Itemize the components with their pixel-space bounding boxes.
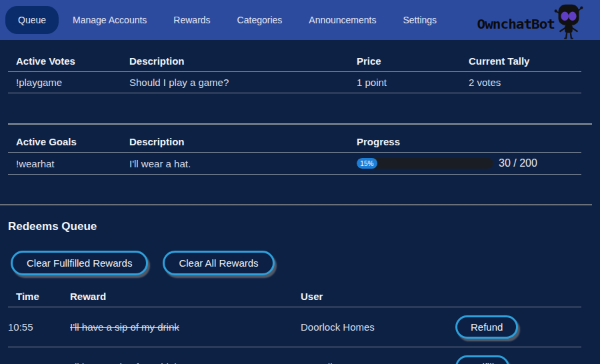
- tab-settings[interactable]: Settings: [390, 6, 449, 34]
- refund-button[interactable]: Refund: [455, 315, 518, 339]
- goal-description: I'll wear a hat.: [129, 153, 357, 175]
- brand-logo: OwnchatBot: [477, 0, 588, 40]
- vote-price: 1 point: [357, 72, 469, 93]
- votes-header-price: Price: [357, 52, 469, 72]
- tab-manage-accounts[interactable]: Manage Accounts: [60, 6, 159, 34]
- goals-header-command: Active Goals: [8, 133, 129, 153]
- redeems-table: Time Reward User 10:55 I'll have a sip o…: [8, 287, 581, 364]
- vote-command: !playgame: [8, 72, 129, 93]
- redeem-user: Doorlock Homes: [301, 307, 455, 347]
- redeem-reward: I'll have a sip of my drink: [70, 307, 301, 347]
- tab-announcements[interactable]: Announcements: [296, 6, 389, 34]
- redeem-user: Cornelius Burns: [301, 347, 455, 364]
- active-goals-section: Active Goals Description Progress !wearh…: [8, 123, 592, 175]
- redeem-row: 12:10 I'll have a sip of my drink Cornel…: [8, 347, 581, 364]
- redeem-time: 10:55: [8, 307, 70, 347]
- goals-header-description: Description: [129, 133, 357, 153]
- redeems-header-user: User: [301, 287, 455, 307]
- redeem-reward: I'll have a sip of my drink: [70, 347, 301, 364]
- vote-row: !playgame Should I play a game? 1 point …: [8, 72, 581, 93]
- votes-header-tally: Current Tally: [469, 52, 581, 72]
- vote-description: Should I play a game?: [129, 72, 357, 93]
- goal-command: !wearhat: [8, 153, 129, 175]
- progress-bar-track: 15%: [357, 158, 493, 169]
- clear-fulfilled-rewards-button[interactable]: Clear Fullfilled Rewards: [11, 251, 148, 275]
- section-divider: [0, 204, 592, 205]
- active-goals-table: Active Goals Description Progress !wearh…: [8, 133, 581, 175]
- progress-value-label: 30 / 200: [499, 157, 537, 169]
- clear-all-rewards-button[interactable]: Clear All Rewards: [163, 251, 274, 275]
- goal-progress: 15% 30 / 200: [357, 157, 581, 169]
- goals-header-progress: Progress: [357, 133, 581, 153]
- brand-name: OwnchatBot: [477, 17, 555, 32]
- tab-queue[interactable]: Queue: [5, 6, 59, 34]
- robot-mascot-icon: [549, 1, 588, 40]
- vote-tally: 2 votes: [469, 72, 581, 93]
- redeem-row: 10:55 I'll have a sip of my drink Doorlo…: [8, 307, 581, 347]
- redeems-queue-title: Redeems Queue: [8, 220, 600, 233]
- fulfill-button[interactable]: Fulfill: [455, 355, 509, 364]
- top-navbar: Queue Manage Accounts Rewards Categories…: [0, 0, 600, 40]
- redeems-actions: Clear Fullfilled Rewards Clear All Rewar…: [11, 251, 600, 275]
- redeems-header-time: Time: [8, 287, 70, 307]
- votes-header-description: Description: [129, 52, 357, 72]
- tab-categories[interactable]: Categories: [225, 6, 295, 34]
- votes-header-command: Active Votes: [8, 52, 129, 72]
- redeems-header-reward: Reward: [70, 287, 301, 307]
- tab-rewards[interactable]: Rewards: [161, 6, 223, 34]
- redeems-header-action: [455, 287, 581, 307]
- redeem-time: 12:10: [8, 347, 70, 364]
- active-votes-table: Active Votes Description Price Current T…: [8, 52, 581, 93]
- goal-row: !wearhat I'll wear a hat. 15% 30 / 200: [8, 153, 581, 175]
- progress-bar-fill: 15%: [357, 158, 377, 169]
